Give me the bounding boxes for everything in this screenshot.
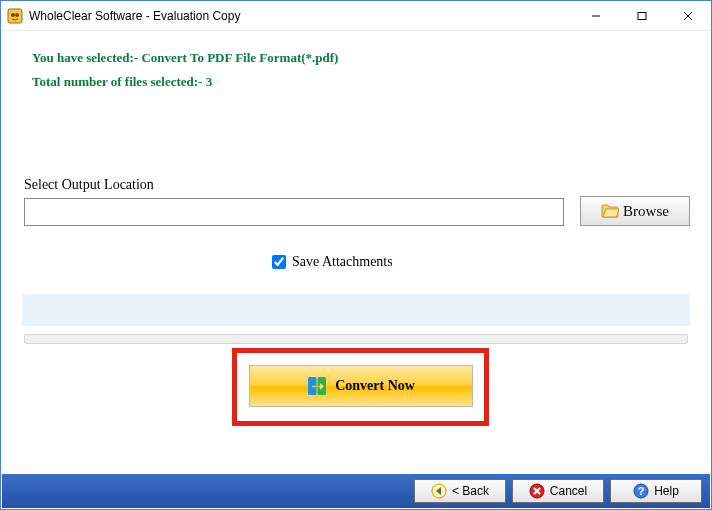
cancel-icon [529,483,545,499]
output-location-label: Select Output Location [24,177,154,193]
svg-rect-4 [638,12,646,19]
convert-icon [307,376,327,396]
help-icon: ? [633,483,649,499]
save-attachments-checkbox[interactable] [272,255,286,269]
browse-button[interactable]: Browse [580,196,690,226]
minimize-button[interactable] [573,1,619,31]
cancel-button[interactable]: Cancel [512,479,604,503]
save-attachments-option[interactable]: Save Attachments [272,254,393,270]
browse-label: Browse [623,203,669,220]
file-count-text: Total number of files selected:- 3 [32,74,212,90]
main-content: You have selected:- Convert To PDF File … [2,32,710,473]
svg-point-1 [11,13,15,17]
window-title: WholeClear Software - Evaluation Copy [29,9,240,23]
app-icon [7,8,23,24]
convert-now-button[interactable]: Convert Now [249,365,473,407]
progress-bar [24,334,688,344]
svg-text:?: ? [638,485,645,497]
svg-rect-0 [8,9,22,23]
convert-now-label: Convert Now [335,378,415,394]
title-bar: WholeClear Software - Evaluation Copy [1,1,711,31]
back-label: < Back [452,484,489,498]
save-attachments-label: Save Attachments [292,254,393,270]
cancel-label: Cancel [550,484,587,498]
close-button[interactable] [665,1,711,31]
help-label: Help [654,484,679,498]
status-strip [22,294,690,326]
output-location-input[interactable] [24,198,564,226]
back-icon [431,483,447,499]
help-button[interactable]: ? Help [610,479,702,503]
selected-format-text: You have selected:- Convert To PDF File … [32,50,338,66]
maximize-button[interactable] [619,1,665,31]
footer-bar: < Back Cancel ? Help [2,474,710,508]
folder-icon [601,204,619,218]
svg-point-2 [15,13,19,17]
back-button[interactable]: < Back [414,479,506,503]
